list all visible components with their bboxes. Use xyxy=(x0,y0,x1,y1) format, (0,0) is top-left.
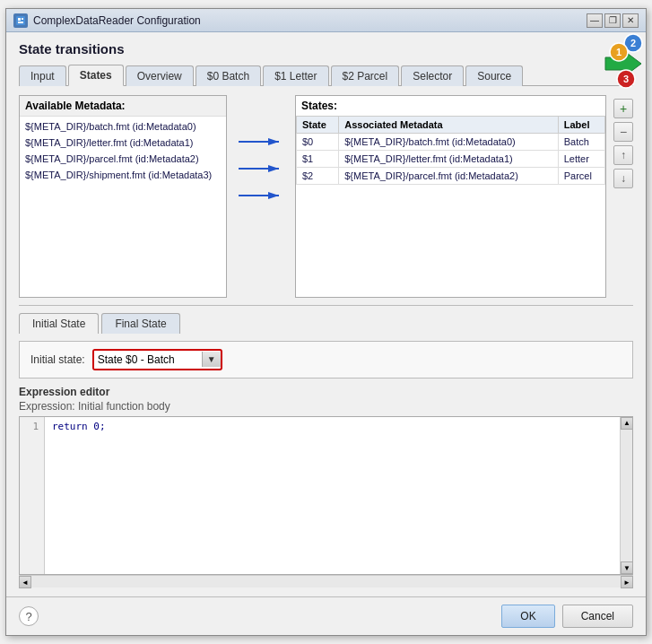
vertical-scrollbar[interactable]: ▲ ▼ xyxy=(620,417,632,575)
add-state-button[interactable]: + xyxy=(613,99,633,118)
states-panel: States: State Associated Metadata Label xyxy=(295,95,606,298)
window-title: ComplexDataReader Configuration xyxy=(33,14,201,27)
footer-buttons: OK Cancel xyxy=(501,605,633,628)
minimize-button[interactable]: — xyxy=(587,13,603,28)
horizontal-scrollbar[interactable]: ◄ ► xyxy=(19,575,633,587)
section-title: State transitions xyxy=(19,41,633,57)
row2-label: Parcel xyxy=(558,168,604,185)
footer: ? OK Cancel xyxy=(6,596,646,635)
col-metadata: Associated Metadata xyxy=(339,117,558,134)
robot-icon-area: 2 1 3 xyxy=(592,32,646,98)
tab-s2parcel[interactable]: $2 Parcel xyxy=(331,65,400,86)
row0-state: $0 xyxy=(297,134,339,151)
svg-rect-1 xyxy=(18,18,21,21)
available-metadata-panel: Available Metadata: ${META_DIR}/batch.fm… xyxy=(19,95,227,298)
h-scroll-right-button[interactable]: ► xyxy=(621,576,633,588)
svg-text:1: 1 xyxy=(616,47,622,57)
cancel-button[interactable]: Cancel xyxy=(562,605,633,628)
svg-rect-2 xyxy=(22,18,23,20)
available-metadata-header: Available Metadata: xyxy=(20,96,226,117)
tab-source[interactable]: Source xyxy=(465,65,523,86)
expression-editor-title: Expression editor xyxy=(19,386,633,398)
tabs-container: Input States Overview $0 Batch $1 Letter… xyxy=(19,64,633,86)
line-numbers: 1 xyxy=(20,417,45,575)
h-scroll-track[interactable] xyxy=(31,576,621,587)
row2-metadata: ${META_DIR}/parcel.fmt (id:Metadata2) xyxy=(339,168,558,185)
panels-row: Available Metadata: ${META_DIR}/batch.fm… xyxy=(19,95,633,298)
table-row[interactable]: $0 ${META_DIR}/batch.fmt (id:Metadata0) … xyxy=(297,134,605,151)
initial-state-row: Initial state: State $0 - Batch State $1… xyxy=(30,349,622,370)
window-controls: — ❐ ✕ xyxy=(587,13,639,28)
metadata-item-2[interactable]: ${META_DIR}/parcel.fmt (id:Metadata2) xyxy=(20,151,226,167)
expression-section: Expression editor Expression: Initial fu… xyxy=(19,386,633,588)
states-header: States: xyxy=(296,96,605,116)
expression-editor-subtitle: Expression: Initial function body xyxy=(19,400,633,413)
tab-input[interactable]: Input xyxy=(19,65,66,86)
arrows-area xyxy=(234,95,288,298)
state-dropdown-wrapper: State $0 - Batch State $1 - Letter State… xyxy=(92,349,222,370)
col-state: State xyxy=(297,117,339,134)
app-icon xyxy=(13,13,28,28)
states-table: State Associated Metadata Label $0 ${MET… xyxy=(296,116,605,297)
close-button[interactable]: ✕ xyxy=(622,13,639,28)
svg-text:2: 2 xyxy=(630,38,636,48)
right-buttons: + − ↑ ↓ xyxy=(613,95,633,298)
table-row[interactable]: $2 ${META_DIR}/parcel.fmt (id:Metadata2)… xyxy=(297,168,605,185)
table-row[interactable]: $1 ${META_DIR}/letter.fmt (id:Metadata1)… xyxy=(297,151,605,168)
arrows-svg xyxy=(234,122,288,283)
title-bar-left: ComplexDataReader Configuration xyxy=(13,13,201,28)
metadata-item-3[interactable]: ${META_DIR}/shipment.fmt (id:Metadata3) xyxy=(20,167,226,183)
scroll-up-button[interactable]: ▲ xyxy=(621,417,633,430)
tab-final-state[interactable]: Final State xyxy=(101,313,179,334)
tab-selector[interactable]: Selector xyxy=(401,65,464,86)
metadata-item-1[interactable]: ${META_DIR}/letter.fmt (id:Metadata1) xyxy=(20,135,226,151)
svg-rect-3 xyxy=(18,22,23,23)
initial-state-section: Initial state: State $0 - Batch State $1… xyxy=(19,341,633,379)
scroll-down-button[interactable]: ▼ xyxy=(621,561,633,574)
metadata-item-0[interactable]: ${META_DIR}/batch.fmt (id:Metadata0) xyxy=(20,118,226,135)
code-editor[interactable]: 1 return 0; ▲ ▼ xyxy=(19,416,633,576)
content-area: State transitions 2 1 3 Input xyxy=(6,32,646,596)
code-content[interactable]: return 0; xyxy=(45,417,620,575)
row0-label: Batch xyxy=(558,134,604,151)
scroll-track[interactable] xyxy=(621,430,632,562)
dropdown-arrow-icon[interactable]: ▼ xyxy=(202,352,221,367)
row1-metadata: ${META_DIR}/letter.fmt (id:Metadata1) xyxy=(339,151,558,168)
move-down-button[interactable]: ↓ xyxy=(613,169,633,188)
row1-label: Letter xyxy=(558,151,604,168)
initial-state-label: Initial state: xyxy=(30,353,85,366)
available-metadata-list: ${META_DIR}/batch.fmt (id:Metadata0) ${M… xyxy=(20,117,226,297)
tab-states[interactable]: States xyxy=(68,65,124,86)
tab-s1letter[interactable]: $1 Letter xyxy=(263,65,328,86)
ok-button[interactable]: OK xyxy=(501,605,554,628)
h-scroll-left-button[interactable]: ◄ xyxy=(19,576,31,588)
row0-metadata: ${META_DIR}/batch.fmt (id:Metadata0) xyxy=(339,134,558,151)
maximize-button[interactable]: ❐ xyxy=(604,13,621,28)
tab-overview[interactable]: Overview xyxy=(126,65,194,86)
row1-state: $1 xyxy=(297,151,339,168)
tab-s0batch[interactable]: $0 Batch xyxy=(196,65,261,86)
title-bar: ComplexDataReader Configuration — ❐ ✕ xyxy=(6,9,646,32)
bottom-tabs: Initial State Final State xyxy=(19,313,633,334)
initial-state-dropdown[interactable]: State $0 - Batch State $1 - Letter State… xyxy=(94,351,202,369)
move-up-button[interactable]: ↑ xyxy=(613,145,633,165)
col-label: Label xyxy=(558,117,604,134)
svg-text:3: 3 xyxy=(623,74,629,84)
help-button[interactable]: ? xyxy=(19,606,39,626)
tab-initial-state[interactable]: Initial State xyxy=(19,313,99,334)
divider xyxy=(19,305,633,306)
remove-state-button[interactable]: − xyxy=(613,122,633,142)
main-window: ComplexDataReader Configuration — ❐ ✕ St… xyxy=(5,8,647,636)
row2-state: $2 xyxy=(297,168,339,185)
